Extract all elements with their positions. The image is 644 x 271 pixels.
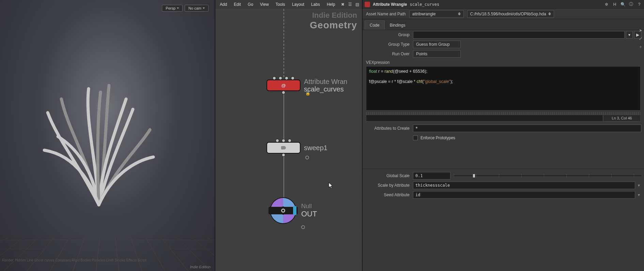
- group-menu-button[interactable]: ▾: [626, 31, 633, 39]
- wire-input: [283, 9, 284, 77]
- display-flag[interactable]: [293, 206, 296, 215]
- globalscale-input[interactable]: [413, 172, 450, 180]
- help-icon[interactable]: ?: [637, 2, 642, 7]
- group-input[interactable]: [413, 31, 625, 39]
- arrow-icon[interactable]: ➤: [638, 28, 643, 33]
- caret-down-icon: [177, 8, 179, 9]
- houdini-icon[interactable]: H: [612, 2, 617, 7]
- seed-label: Seed Attribute: [365, 192, 413, 197]
- scaleby-label: Scale by Attribute: [365, 183, 413, 188]
- vex-status-field: [366, 115, 603, 122]
- asset-bar: Asset Name and Path attribwrangle C:/hfs…: [363, 9, 644, 19]
- edition-watermark: Indie Edition: [190, 265, 211, 269]
- wire-sweep-out: [283, 154, 284, 201]
- menu-labs[interactable]: Labs: [308, 1, 323, 8]
- enforce-checkbox[interactable]: [413, 136, 418, 140]
- node-attribute-wrangle[interactable]: @ Attribute Wran scale_curves 🔒: [267, 78, 347, 93]
- node-body[interactable]: [271, 198, 296, 223]
- seed-input[interactable]: [413, 191, 635, 199]
- asset-path-value: C:/hfs/18.5.596/houdini/otls/OPlibSop.hd…: [470, 12, 546, 16]
- globalscale-slider[interactable]: [454, 173, 641, 179]
- node-name-label: OUT: [301, 210, 317, 218]
- gear-icon[interactable]: ✲: [604, 2, 609, 7]
- param-body: Group ▾ ▶ Group Type Guess from Group Ru: [363, 30, 644, 271]
- asset-type-dropdown[interactable]: attribwrangle: [409, 10, 464, 18]
- context-label: Geometry: [310, 20, 357, 31]
- runover-value: Points: [416, 52, 427, 56]
- camera-label: No cam: [188, 6, 201, 10]
- node-body[interactable]: @: [267, 80, 300, 90]
- ground-grid: [0, 236, 215, 271]
- grouptype-dropdown[interactable]: Guess from Group: [413, 41, 461, 48]
- attrs-label: Attributes to Create: [365, 126, 413, 131]
- caret-down-icon: [203, 8, 205, 9]
- page-icon[interactable]: ▤: [355, 1, 359, 8]
- node-type: Attribute Wrangle: [373, 2, 407, 7]
- menu-layout[interactable]: Layout: [289, 1, 307, 8]
- param-header: Attribute Wrangle scale_curves ✲ H 🔍 ⓘ ?: [363, 0, 644, 9]
- runover-dropdown[interactable]: Points: [413, 50, 461, 58]
- scaleby-input[interactable]: [413, 182, 635, 189]
- cursor-icon: [328, 182, 333, 189]
- menu-help[interactable]: Help: [324, 1, 338, 8]
- camera-dropdown[interactable]: No cam: [185, 5, 209, 12]
- viewport-status-bar: Render: Hidden Line Ghost curves Constra…: [2, 258, 213, 262]
- search-icon[interactable]: 🔍: [620, 2, 626, 7]
- node-name-label: sweep1: [304, 144, 327, 152]
- param-side-gutter: ➤ ⤢ ＋: [637, 27, 644, 271]
- list-icon[interactable]: ☰: [348, 1, 352, 8]
- expand-icon[interactable]: ⤢: [638, 36, 643, 41]
- wrangle-icon: @: [281, 83, 286, 88]
- persp-dropdown[interactable]: Persp: [162, 5, 183, 12]
- cursor-position: Ln 3, Col 46: [603, 115, 641, 122]
- node-sweep[interactable]: sweep1: [267, 143, 327, 153]
- viewport-pane[interactable]: Persp No cam Render: Hidden Line Ghost c…: [0, 0, 215, 271]
- parameter-pane: Attribute Wrangle scale_curves ✲ H 🔍 ⓘ ?…: [363, 0, 644, 271]
- globalscale-label: Global Scale: [365, 173, 413, 178]
- enforce-label: Enforce Prototypes: [420, 136, 455, 140]
- null-icon: [281, 209, 285, 213]
- viewport-canvas[interactable]: [0, 0, 215, 271]
- main-menu-bar: Add Edit Go View Tools Layout Labs Help …: [215, 0, 362, 9]
- attrs-input[interactable]: [413, 125, 641, 132]
- plus-icon[interactable]: ＋: [638, 44, 643, 49]
- persp-label: Persp: [166, 6, 175, 10]
- render-flag-icon[interactable]: [301, 225, 305, 229]
- grouptype-value: Guess from Group: [416, 42, 450, 47]
- sweep-icon: [281, 146, 286, 149]
- edition-label: Indie Edition: [310, 11, 357, 20]
- group-label: Group: [365, 32, 413, 37]
- geometry-preview: [37, 79, 160, 208]
- node-type-label: Null: [301, 203, 317, 210]
- network-pane[interactable]: Add Edit Go View Tools Layout Labs Help …: [215, 0, 363, 271]
- info-icon[interactable]: ⓘ: [628, 2, 634, 7]
- menu-tools[interactable]: Tools: [273, 1, 288, 8]
- render-flag-icon[interactable]: [305, 156, 309, 159]
- runover-label: Run Over: [365, 52, 413, 56]
- menu-edit[interactable]: Edit: [231, 1, 244, 8]
- node-name[interactable]: scale_curves: [410, 2, 439, 7]
- lock-icon: 🔒: [305, 91, 310, 96]
- asset-type-value: attribwrangle: [412, 12, 436, 16]
- tab-code[interactable]: Code: [365, 20, 385, 30]
- menu-add[interactable]: Add: [217, 1, 230, 8]
- wire-wrangle-sweep: [283, 92, 284, 145]
- node-null-out[interactable]: Null OUT: [271, 198, 317, 223]
- tab-bindings[interactable]: Bindings: [385, 20, 411, 30]
- tools-icon[interactable]: ✖: [341, 1, 345, 8]
- menu-go[interactable]: Go: [245, 1, 256, 8]
- node-body[interactable]: [267, 143, 300, 153]
- grouptype-label: Group Type: [365, 42, 413, 47]
- menu-view[interactable]: View: [257, 1, 272, 8]
- asset-path-dropdown[interactable]: C:/hfs/18.5.596/houdini/otls/OPlibSop.hd…: [467, 10, 554, 18]
- node-name-label: scale_curves: [304, 85, 347, 93]
- node-icon: [365, 2, 370, 7]
- vex-label: VEXpression: [363, 59, 644, 66]
- vex-editor[interactable]: float r = rand(@seed + 65536); f@pscale …: [366, 66, 641, 111]
- param-tabs: Code Bindings: [363, 19, 644, 30]
- asset-label: Asset Name and Path: [366, 12, 406, 16]
- editor-resize-grip[interactable]: [366, 112, 641, 115]
- node-type-label: Attribute Wran: [304, 78, 347, 85]
